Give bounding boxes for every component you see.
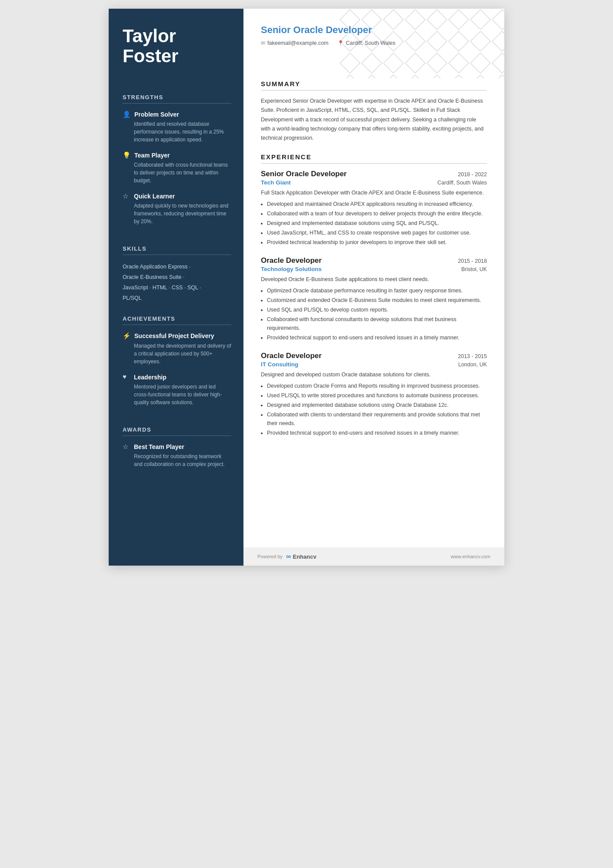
strength-desc-1: Identified and resolved database perform… <box>123 120 231 144</box>
exp-location-2: Bristol, UK <box>461 266 487 272</box>
location-text: Cardiff, South Wales <box>346 40 396 46</box>
strengths-section-title: STRENGTHS <box>123 94 231 104</box>
strengths-list: 👤 Problem Solver Identified and resolved… <box>123 111 231 233</box>
location-icon: 📍 <box>337 40 344 46</box>
exp-company-1: Tech Giant <box>261 179 291 186</box>
main-content: Senior Oracle Developer ✉ fakeemail@exam… <box>243 9 504 566</box>
exp-desc-1: Full Stack Application Developer with Or… <box>261 188 487 197</box>
exp-location-1: Cardiff, South Wales <box>437 180 487 186</box>
achievements-list: ⚡ Successful Project Delivery Managed th… <box>123 332 231 414</box>
experience-entry-1: Senior Oracle Developer 2018 - 2022 Tech… <box>261 170 487 247</box>
powered-by-text: Powered by <box>257 554 283 559</box>
award-desc-1: Recognized for outstanding teamwork and … <box>123 452 231 468</box>
exp-header-1: Senior Oracle Developer 2018 - 2022 <box>261 170 487 178</box>
best-team-player-icon: ☆ <box>123 443 130 451</box>
contact-row: ✉ fakeemail@example.com 📍 Cardiff, South… <box>261 40 487 46</box>
bullet-2-1: Optimized Oracle database performance re… <box>267 286 487 295</box>
exp-header-3: Oracle Developer 2013 - 2015 <box>261 352 487 360</box>
exp-location-3: London, UK <box>458 362 487 368</box>
exp-subrow-2: Technology Solutions Bristol, UK <box>261 266 487 272</box>
team-player-icon: 💡 <box>123 151 131 159</box>
strength-desc-3: Adapted quickly to new technologies and … <box>123 202 231 225</box>
award-title-1: Best Team Player <box>134 443 184 450</box>
enhancv-logo-icon: ∞ <box>286 553 291 560</box>
experience-entry-3: Oracle Developer 2013 - 2015 IT Consulti… <box>261 352 487 437</box>
achievement-desc-2: Mentored junior developers and led cross… <box>123 383 231 406</box>
bullet-1-2: Collaborated with a team of four develop… <box>267 209 487 218</box>
header-area: Senior Oracle Developer ✉ fakeemail@exam… <box>243 9 504 70</box>
experience-entry-2: Oracle Developer 2015 - 2018 Technology … <box>261 256 487 342</box>
skill-2: Oracle E-Business Suite · <box>123 272 231 283</box>
bullet-3-5: Provided technical support to end-users … <box>267 429 487 437</box>
exp-subrow-3: IT Consulting London, UK <box>261 361 487 368</box>
exp-title-2: Oracle Developer <box>261 256 322 265</box>
enhancv-logo: ∞ Enhancv <box>286 553 316 560</box>
bullet-1-3: Designed and implemented database soluti… <box>267 219 487 228</box>
email-icon: ✉ <box>261 40 265 46</box>
location-contact: 📍 Cardiff, South Wales <box>337 40 396 46</box>
job-title: Senior Oracle Developer <box>261 24 487 36</box>
summary-text: Experienced Senior Oracle Developer with… <box>261 97 487 143</box>
bullet-1-4: Used JavaScript, HTML, and CSS to create… <box>267 228 487 237</box>
exp-bullets-2: Optimized Oracle database performance re… <box>261 286 487 342</box>
bullet-1-5: Provided technical leadership to junior … <box>267 238 487 247</box>
quick-learner-icon: ☆ <box>123 192 130 200</box>
bullet-3-1: Developed custom Oracle Forms and Report… <box>267 382 487 390</box>
achievement-desc-1: Managed the development and delivery of … <box>123 342 231 365</box>
award-item-1: ☆ Best Team Player Recognized for outsta… <box>123 443 231 468</box>
strength-title-1: Problem Solver <box>134 111 179 118</box>
footer-left: Powered by ∞ Enhancv <box>257 553 316 560</box>
strength-title-3: Quick Learner <box>134 193 175 200</box>
problem-solver-icon: 👤 <box>123 111 131 118</box>
skill-4: PL/SQL <box>123 293 231 304</box>
skill-1: Oracle Application Express · <box>123 262 231 272</box>
bullet-3-2: Used PL/SQL to write stored procedures a… <box>267 391 487 400</box>
bullet-2-2: Customized and extended Oracle E-Busines… <box>267 296 487 305</box>
skills-section-title: SKILLS <box>123 245 231 255</box>
bullet-2-5: Provided technical support to end-users … <box>267 333 487 342</box>
project-delivery-icon: ⚡ <box>123 332 131 340</box>
achievement-item-1: ⚡ Successful Project Delivery Managed th… <box>123 332 231 365</box>
email-text: fakeemail@example.com <box>267 40 329 46</box>
footer-bar: Powered by ∞ Enhancv www.enhancv.com <box>243 547 504 566</box>
enhancv-logo-text: Enhancv <box>293 553 316 560</box>
strength-item-1: 👤 Problem Solver Identified and resolved… <box>123 111 231 144</box>
email-contact: ✉ fakeemail@example.com <box>261 40 329 46</box>
exp-bullets-3: Developed custom Oracle Forms and Report… <box>261 382 487 437</box>
awards-section-title: AWARDS <box>123 426 231 436</box>
achievement-title-1: Successful Project Delivery <box>134 332 214 340</box>
bullet-2-4: Collaborated with functional consultants… <box>267 315 487 332</box>
achievements-section-title: ACHIEVEMENTS <box>123 315 231 325</box>
strength-item-2: 💡 Team Player Collaborated with cross-fu… <box>123 151 231 184</box>
exp-company-2: Technology Solutions <box>261 266 322 272</box>
strength-item-3: ☆ Quick Learner Adapted quickly to new t… <box>123 192 231 225</box>
skill-3: JavaScript · HTML · CSS · SQL · <box>123 283 231 293</box>
candidate-name: Taylor Foster <box>123 26 231 66</box>
exp-subrow-1: Tech Giant Cardiff, South Wales <box>261 179 487 186</box>
achievement-item-2: ♥ Leadership Mentored junior developers … <box>123 373 231 406</box>
exp-bullets-1: Developed and maintained Oracle APEX app… <box>261 200 487 247</box>
strength-desc-2: Collaborated with cross-functional teams… <box>123 161 231 184</box>
skills-list: Oracle Application Express · Oracle E-Bu… <box>123 262 231 303</box>
sidebar: Taylor Foster STRENGTHS 👤 Problem Solver… <box>109 9 243 566</box>
exp-title-3: Oracle Developer <box>261 352 322 360</box>
exp-desc-3: Designed and developed custom Oracle dat… <box>261 370 487 379</box>
bullet-2-3: Used SQL and PL/SQL to develop custom re… <box>267 305 487 314</box>
exp-desc-2: Developed Oracle E-Business Suite applic… <box>261 275 487 284</box>
summary-section-title: SUMMARY <box>261 80 487 90</box>
awards-list: ☆ Best Team Player Recognized for outsta… <box>123 443 231 474</box>
bullet-3-4: Collaborated with clients to understand … <box>267 410 487 428</box>
leadership-icon: ♥ <box>123 373 130 381</box>
strength-title-2: Team Player <box>134 152 170 159</box>
exp-dates-3: 2013 - 2015 <box>458 353 487 359</box>
achievement-title-2: Leadership <box>134 373 167 381</box>
bullet-1-1: Developed and maintained Oracle APEX app… <box>267 200 487 208</box>
main-body: SUMMARY Experienced Senior Oracle Develo… <box>243 70 504 460</box>
exp-dates-2: 2015 - 2018 <box>458 258 487 264</box>
exp-header-2: Oracle Developer 2015 - 2018 <box>261 256 487 265</box>
footer-website: www.enhancv.com <box>451 554 490 559</box>
experience-section-title: EXPERIENCE <box>261 153 487 164</box>
exp-company-3: IT Consulting <box>261 361 298 368</box>
bullet-3-3: Designed and implemented database soluti… <box>267 401 487 409</box>
exp-dates-1: 2018 - 2022 <box>458 171 487 178</box>
